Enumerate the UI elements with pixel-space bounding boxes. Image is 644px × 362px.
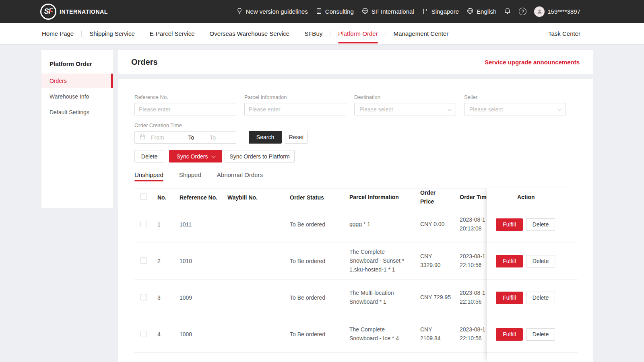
avatar [534, 6, 545, 17]
fulfill-button[interactable]: Fulfill [496, 255, 523, 267]
filter-parcel-information: Parcel Information [244, 94, 346, 115]
cell-parcel-information: The Complete Snowboard - Ice * 4 [349, 325, 420, 343]
new-version-guidelines-link[interactable]: New version guidelines [236, 7, 308, 16]
row-checkbox[interactable] [140, 257, 147, 264]
cell-order-price: CNY 3329.90 [420, 252, 460, 269]
nav-divider [81, 31, 82, 37]
nav-shipping-service[interactable]: Shipping Service [89, 23, 135, 44]
row-checkbox[interactable] [140, 294, 147, 300]
cell-order-status: To Be ordered [290, 294, 349, 301]
main-nav: Home Page Shipping Service E-Parcel Serv… [0, 23, 644, 44]
reset-button[interactable]: Reset [285, 131, 308, 144]
user-phone: 159****3897 [547, 8, 580, 15]
tab-shipped[interactable]: Shipped [179, 168, 201, 181]
cell-no: 4 [157, 331, 180, 337]
nav-sfbuy[interactable]: SFBuy [304, 23, 322, 44]
nav-home-page[interactable]: Home Page [42, 23, 74, 44]
region-label: Singapore [431, 8, 459, 15]
new-version-guidelines-label: New version guidelines [246, 8, 308, 15]
sidebar-item-orders[interactable]: Orders [41, 74, 113, 88]
date-from-placeholder: From [146, 134, 188, 141]
page-title: Orders [131, 58, 158, 67]
cell-reference-no: 1009 [180, 294, 227, 301]
row-actions: Fulfill Delete [487, 316, 578, 353]
row-actions: Fulfill Delete [487, 243, 578, 280]
order-creation-time-label: Order Creation Time [134, 122, 236, 128]
fulfill-button[interactable]: Fulfill [496, 292, 523, 304]
order-tabs: Unshipped Shipped Abnormal Orders [134, 168, 279, 181]
row-delete-button[interactable]: Delete [526, 328, 555, 341]
row-actions: Fulfill Delete [487, 280, 578, 316]
brand-label: INTERNATIONAL [60, 8, 108, 15]
cell-reference-no: 1011 [180, 221, 227, 228]
parcel-information-input[interactable] [244, 103, 346, 115]
row-delete-button[interactable]: Delete [526, 292, 555, 304]
cell-parcel-information: The Multi-location Snowboard * 1 [349, 289, 420, 306]
sidebar: Platform Order Orders Warehouse Info Def… [41, 50, 113, 208]
cell-no: 3 [157, 294, 180, 301]
row-checkbox[interactable] [140, 221, 147, 227]
row-delete-button[interactable]: Delete [526, 255, 555, 267]
seller-select[interactable]: Please select [464, 103, 566, 115]
nav-e-parcel-service[interactable]: E-Parcel Service [150, 23, 195, 44]
sidebar-item-warehouse-info[interactable]: Warehouse Info [41, 89, 113, 104]
topbar: SF INTERNATIONAL New version guidelines … [0, 0, 644, 23]
row-checkbox[interactable] [140, 331, 147, 337]
sidebar-title: Platform Order [41, 50, 113, 72]
fulfill-button[interactable]: Fulfill [496, 218, 523, 231]
tab-abnormal-orders[interactable]: Abnormal Orders [217, 168, 263, 181]
col-order-price: Order Price [420, 189, 460, 206]
notifications-button[interactable] [504, 7, 511, 16]
select-all-checkbox[interactable] [140, 193, 147, 200]
cell-no: 1 [157, 221, 180, 228]
delete-button[interactable]: Delete [134, 150, 164, 162]
consulting-icon [316, 8, 322, 16]
sf-logo-red-dot-icon [50, 10, 52, 12]
cell-order-price: CNY 0.00 [420, 220, 460, 229]
help-button[interactable]: ? [519, 8, 526, 15]
sf-logo[interactable]: SF INTERNATIONAL [40, 4, 108, 20]
fixed-action-column: Action Fulfill Delete Fulfill Delete Ful… [487, 188, 578, 362]
destination-select[interactable]: Please select [354, 103, 456, 115]
region-selector[interactable]: Singapore [422, 8, 459, 16]
cell-reference-no: 1010 [180, 258, 227, 264]
nav-platform-order[interactable]: Platform Order [338, 23, 378, 44]
cell-order-price: CNY 2109.84 [420, 325, 460, 343]
nav-task-center[interactable]: Task Center [548, 30, 580, 37]
col-no: No. [157, 194, 180, 201]
destination-label: Destination [354, 94, 456, 100]
service-upgrade-announcements-link[interactable]: Service upgrade announcements [485, 59, 580, 66]
cell-order-status: To Be ordered [290, 258, 349, 264]
tab-unshipped[interactable]: Unshipped [134, 168, 163, 181]
service-icon [361, 7, 369, 16]
nav-management-center[interactable]: Management Center [394, 23, 449, 44]
col-waybill-no: Waybill No. [227, 194, 290, 201]
row-actions: Fulfill Delete [487, 206, 578, 243]
nav-overseas-warehouse-service[interactable]: Overseas Warehouse Service [210, 23, 290, 44]
row-delete-button[interactable]: Delete [526, 218, 555, 231]
search-button[interactable]: Search [249, 131, 282, 144]
bulb-icon [236, 7, 243, 16]
sf-international-link[interactable]: SF International [361, 7, 414, 16]
sync-orders-button[interactable]: Sync Orders [169, 150, 222, 162]
sf-international-label: SF International [372, 8, 414, 15]
language-selector[interactable]: English [466, 7, 496, 16]
reference-no-label: Reference No. [134, 94, 236, 100]
cell-order-price: CNY 729.95 [420, 293, 460, 302]
user-account[interactable]: 159****3897 [534, 6, 580, 17]
destination-placeholder: Please select [359, 106, 393, 113]
globe-icon [466, 7, 474, 16]
sidebar-item-default-settings[interactable]: Default Settings [41, 105, 113, 119]
reference-no-input[interactable] [134, 103, 236, 115]
col-action: Action [487, 188, 578, 206]
cell-parcel-information: The Complete Snowboard - Sunset * 1,sku-… [349, 248, 420, 274]
col-order-status: Order Status [290, 194, 349, 201]
fulfill-button[interactable]: Fulfill [496, 328, 523, 341]
sync-orders-label: Sync Orders [177, 153, 208, 160]
cell-reference-no: 1008 [180, 331, 227, 337]
date-to-placeholder: To [194, 134, 231, 141]
sync-orders-to-platform-button[interactable]: Sync Orders to Platform [225, 150, 295, 162]
consulting-link[interactable]: Consulting [316, 8, 354, 16]
nav-divider [330, 31, 330, 37]
order-creation-time-range[interactable]: From To To [134, 131, 236, 144]
